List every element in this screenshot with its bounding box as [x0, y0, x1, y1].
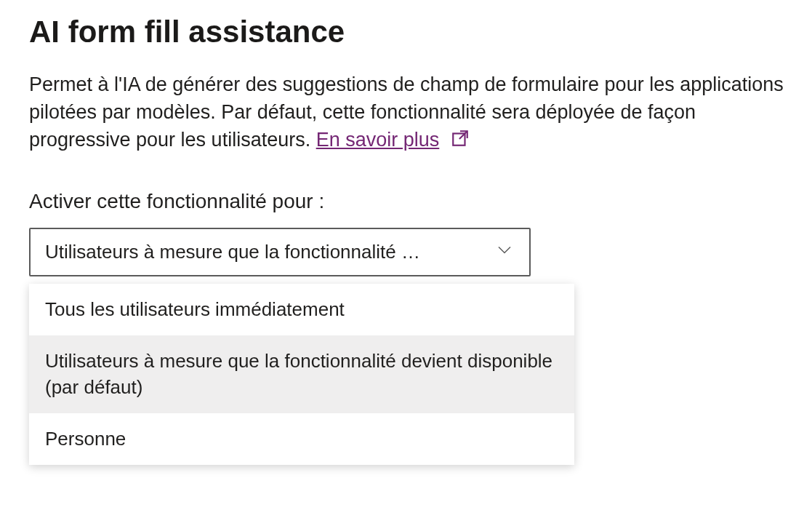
learn-more-link[interactable]: En savoir plus [316, 129, 440, 151]
dropdown-option-nobody[interactable]: Personne [29, 413, 574, 465]
enable-for-label: Activer cette fonctionnalité pour : [29, 190, 790, 213]
dropdown-button[interactable]: Utilisateurs à mesure que la fonctionnal… [29, 228, 531, 276]
enable-for-dropdown[interactable]: Utilisateurs à mesure que la fonctionnal… [29, 228, 531, 276]
page-title: AI form fill assistance [29, 15, 790, 49]
dropdown-selected-text: Utilisateurs à mesure que la fonctionnal… [45, 241, 420, 263]
dropdown-option-all-users[interactable]: Tous les utilisateurs immédiatement [29, 284, 574, 335]
external-link-icon [451, 128, 470, 156]
dropdown-option-as-available[interactable]: Utilisateurs à mesure que la fonctionnal… [29, 335, 574, 413]
feature-description: Permet à l'IA de générer des suggestions… [29, 71, 785, 154]
chevron-down-icon [496, 241, 513, 263]
dropdown-menu: Tous les utilisateurs immédiatement Util… [29, 284, 574, 464]
